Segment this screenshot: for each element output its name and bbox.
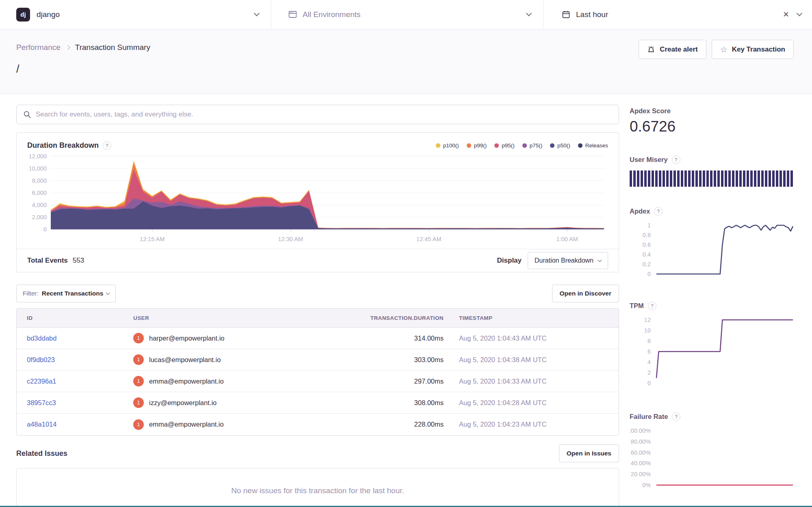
failure-rate-chart[interactable]: 100.00%80.00%60.00%40.00%20.00%0% [630,426,796,493]
legend-item[interactable]: p75() [522,142,543,149]
legend-dot [494,143,499,148]
clear-date-icon[interactable]: ✕ [783,10,789,19]
help-icon[interactable]: ? [648,302,656,310]
legend-item[interactable]: p95() [494,142,515,149]
legend-item[interactable]: p99() [467,142,487,149]
timestamp: Aug 5, 2020 1:04:23 AM UTC [444,421,608,428]
create-alert-button[interactable]: Create alert [639,40,706,59]
legend-label: p100() [443,142,459,149]
timestamp: Aug 5, 2020 1:04:43 AM UTC [444,334,608,342]
svg-text:80.00%: 80.00% [631,438,651,445]
legend-label: p95() [502,142,515,149]
environment-label: All Environments [303,10,361,19]
event-id-link[interactable]: bd3ddabd [27,334,56,342]
tpm-heading: TPM ? [630,302,796,310]
create-alert-label: Create alert [660,45,698,54]
user-misery-label: User Misery [630,156,668,164]
project-name: django [37,10,60,19]
transactions-filter-select[interactable]: Filter: Recent Transactions [16,285,116,302]
event-id-link[interactable]: c22396a1 [27,378,56,385]
legend-item[interactable]: p100() [436,142,459,149]
svg-text:2,000: 2,000 [32,214,47,220]
display-label: Display [497,257,522,265]
table-row: 0f9db0231lucas@empowerplant.io303.00msAu… [17,349,619,371]
related-issues-title: Related Issues [16,449,67,458]
svg-text:20.00%: 20.00% [631,471,651,477]
filter-label: Filter: [23,290,39,297]
duration-panel-title: Duration Breakdown [27,141,99,150]
summary-sidebar: Apdex Score 0.6726 User Misery ? Apdex ?… [630,105,796,507]
breadcrumb-performance[interactable]: Performance [16,43,61,52]
date-range-label: Last hour [576,10,608,19]
svg-text:0%: 0% [642,482,651,488]
svg-text:60.00%: 60.00% [631,449,651,456]
duration-legend: p100()p99()p95()p75()p50()Releases [436,142,608,149]
events-table-body: bd3ddabd1harper@empowerplant.io314.00msA… [17,328,619,435]
chevron-down-icon [106,291,110,295]
siren-icon [647,45,655,54]
svg-text:6: 6 [647,348,651,355]
top-bar: dj django All Environments Last hour ✕ [0,0,812,29]
legend-label: p75() [530,142,543,149]
svg-text:6,000: 6,000 [32,190,47,196]
event-id-link[interactable]: a48a1014 [27,421,56,428]
help-icon[interactable]: ? [672,412,680,421]
display-select-value: Duration Breakdown [535,257,593,264]
open-in-discover-button[interactable]: Open in Discover [552,285,619,302]
event-id-link[interactable]: 0f9db023 [27,356,55,363]
help-icon[interactable]: ? [103,141,111,150]
user-misery-bars [630,170,794,187]
user-avatar: 1 [133,333,144,343]
tpm-chart[interactable]: 121086420 [630,315,796,392]
open-in-issues-button[interactable]: Open in Issues [559,444,619,462]
legend-item[interactable]: Releases [578,142,608,149]
duration-chart[interactable]: 02,0004,0006,0008,00010,00012,00012:15 A… [17,153,619,249]
date-range-selector[interactable]: Last hour ✕ [543,0,812,29]
help-icon[interactable]: ? [672,155,680,164]
svg-text:4,000: 4,000 [32,202,47,208]
search-bar [16,105,619,124]
search-input[interactable] [36,110,612,119]
svg-text:0: 0 [647,380,651,386]
legend-label: p99() [474,142,487,149]
col-header-timestamp: TIMESTAMP [444,315,608,321]
environment-selector[interactable]: All Environments [271,0,543,29]
user-email: izzy@empowerplant.io [149,399,217,407]
user-avatar: 1 [133,376,144,386]
display-select[interactable]: Duration Breakdown [528,252,608,269]
window-icon [288,10,297,19]
event-id-link[interactable]: 38957cc3 [27,399,56,406]
svg-text:2: 2 [647,369,651,376]
svg-text:10: 10 [644,327,651,334]
user-email: lucas@empowerplant.io [149,356,221,364]
events-table: ID USER TRANSACTION.DURATION TIMESTAMP b… [16,308,619,436]
apdex-chart[interactable]: 10.80.60.40.20 [630,220,796,281]
svg-text:12:45 AM: 12:45 AM [416,236,441,242]
calendar-icon [562,10,570,19]
legend-dot [550,143,554,148]
tpm-label: TPM [630,302,644,310]
svg-text:1: 1 [647,222,651,229]
svg-text:0: 0 [647,271,651,277]
svg-text:12:30 AM: 12:30 AM [278,236,303,242]
user-email: emma@empowerplant.io [149,378,224,385]
failure-rate-heading: Failure Rate ? [630,412,796,421]
svg-text:4: 4 [647,359,651,365]
legend-item[interactable]: p50() [550,142,570,149]
project-selector[interactable]: dj django [0,0,271,29]
transaction-duration: 314.00ms [301,334,444,342]
svg-text:10,000: 10,000 [29,165,47,172]
legend-dot [522,143,527,148]
svg-text:0.8: 0.8 [643,232,651,238]
col-header-id: ID [27,315,133,321]
col-header-user: USER [133,315,301,321]
col-header-duration: TRANSACTION.DURATION [301,315,444,321]
apdex-label: Apdex [630,207,650,215]
duration-breakdown-panel: Duration Breakdown ? p100()p99()p95()p75… [16,132,619,272]
help-icon[interactable]: ? [654,207,663,216]
key-transaction-button[interactable]: ☆ Key Transaction [712,40,794,59]
legend-label: p50() [557,142,570,149]
user-avatar: 1 [133,354,144,365]
chevron-down-icon [254,11,260,16]
svg-text:0.2: 0.2 [643,261,651,268]
